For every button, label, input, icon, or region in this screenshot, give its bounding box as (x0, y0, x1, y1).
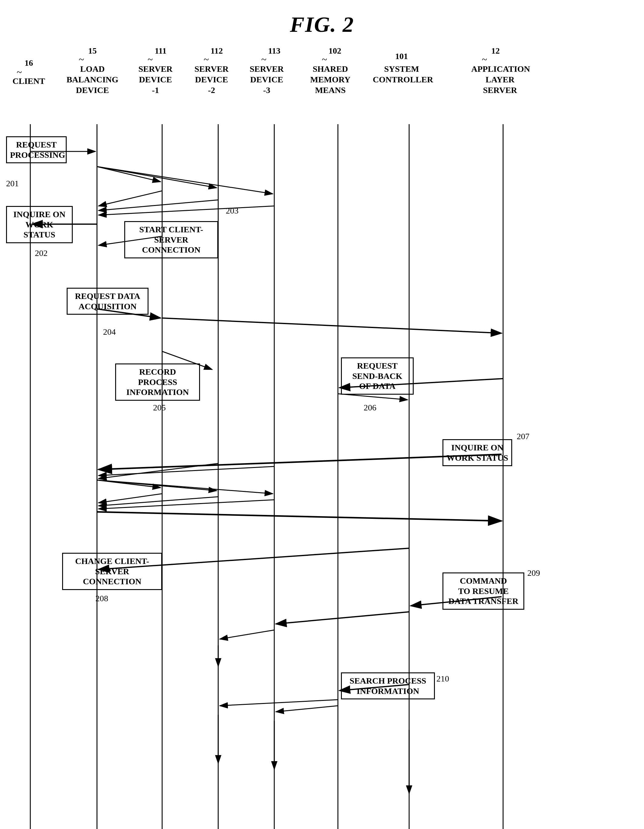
sequence-diagram-svg (0, 36, 644, 829)
svg-line-33 (97, 512, 502, 521)
svg-line-16 (98, 206, 274, 215)
svg-line-40 (220, 700, 338, 706)
svg-line-39 (339, 684, 409, 690)
svg-line-21 (162, 351, 212, 370)
svg-line-13 (97, 167, 273, 194)
svg-line-19 (97, 309, 161, 318)
svg-line-35 (410, 597, 502, 606)
svg-line-32 (98, 500, 274, 509)
svg-line-29 (97, 480, 273, 494)
svg-line-22 (339, 378, 503, 388)
svg-line-41 (276, 706, 338, 712)
svg-line-24 (98, 454, 502, 470)
svg-line-20 (162, 318, 502, 333)
svg-line-26 (98, 463, 218, 479)
svg-line-37 (220, 630, 274, 639)
diagram: 16 ~ CLIENT 15 ~ LOADBALANCINGDEVICE 111… (0, 36, 644, 829)
svg-line-14 (98, 191, 162, 206)
svg-line-11 (97, 167, 161, 182)
svg-line-36 (276, 612, 409, 624)
svg-line-23 (338, 394, 407, 400)
page-title: FIG. 2 (0, 0, 644, 37)
svg-line-31 (98, 497, 218, 506)
svg-line-18 (98, 236, 162, 245)
svg-line-34 (98, 548, 409, 569)
